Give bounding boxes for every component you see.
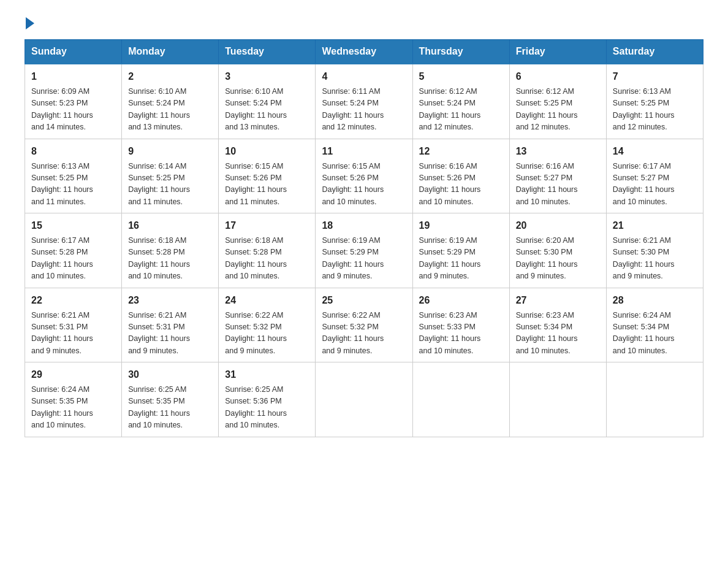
daylight-text: Daylight: 11 hours [225,409,287,418]
sunrise-text: Sunrise: 6:13 AM [31,162,89,170]
calendar-cell [412,362,509,437]
calendar-cell: 28Sunrise: 6:24 AMSunset: 5:34 PMDayligh… [606,288,703,362]
sunrise-text: Sunrise: 6:21 AM [31,311,89,320]
calendar-header-row: SundayMondayTuesdayWednesdayThursdayFrid… [25,40,703,64]
sunset-text: Sunset: 5:31 PM [31,323,88,331]
calendar-cell: 5Sunrise: 6:12 AMSunset: 5:24 PMDaylight… [412,64,509,139]
calendar-week-row: 1Sunrise: 6:09 AMSunset: 5:23 PMDaylight… [25,64,703,139]
sunset-text: Sunset: 5:28 PM [31,248,88,256]
sunrise-text: Sunrise: 6:10 AM [225,87,283,96]
day-number: 16 [128,218,212,233]
daylight-text: Daylight: 11 hours [31,111,93,120]
day-number: 15 [31,218,115,233]
day-info: Sunrise: 6:17 AMSunset: 5:28 PMDaylight:… [31,235,115,283]
daylight-minutes-text: and 10 minutes. [419,347,474,355]
daylight-minutes-text: and 10 minutes. [613,197,667,206]
daylight-minutes-text: and 10 minutes. [225,272,279,280]
day-info: Sunrise: 6:15 AMSunset: 5:26 PMDaylight:… [322,161,406,209]
day-number: 4 [322,69,406,84]
day-info: Sunrise: 6:09 AMSunset: 5:23 PMDaylight:… [31,86,115,134]
daylight-minutes-text: and 12 minutes. [613,123,667,131]
sunset-text: Sunset: 5:25 PM [613,99,669,107]
daylight-minutes-text: and 10 minutes. [31,421,86,429]
sunrise-text: Sunrise: 6:24 AM [613,311,671,320]
daylight-text: Daylight: 11 hours [419,185,481,194]
sunrise-text: Sunrise: 6:25 AM [128,385,186,394]
sunrise-text: Sunrise: 6:23 AM [516,311,574,320]
day-number: 2 [128,69,212,84]
calendar-cell: 1Sunrise: 6:09 AMSunset: 5:23 PMDaylight… [25,64,122,139]
day-info: Sunrise: 6:23 AMSunset: 5:33 PMDaylight:… [419,310,503,358]
sunset-text: Sunset: 5:23 PM [31,99,88,107]
day-number: 27 [516,293,600,308]
sunset-text: Sunset: 5:25 PM [31,174,88,182]
daylight-minutes-text: and 13 minutes. [225,123,279,131]
calendar-cell: 12Sunrise: 6:16 AMSunset: 5:26 PMDayligh… [412,139,509,213]
calendar-week-row: 8Sunrise: 6:13 AMSunset: 5:25 PMDaylight… [25,139,703,213]
calendar-week-row: 22Sunrise: 6:21 AMSunset: 5:31 PMDayligh… [25,288,703,362]
daylight-text: Daylight: 11 hours [225,185,287,194]
daylight-minutes-text: and 12 minutes. [322,123,376,131]
daylight-minutes-text: and 10 minutes. [613,347,667,355]
day-number: 13 [516,144,600,159]
daylight-minutes-text: and 11 minutes. [31,197,86,206]
day-number: 11 [322,144,406,159]
sunset-text: Sunset: 5:27 PM [613,174,669,182]
calendar-cell: 20Sunrise: 6:20 AMSunset: 5:30 PMDayligh… [509,213,606,288]
calendar-cell: 10Sunrise: 6:15 AMSunset: 5:26 PMDayligh… [219,139,316,213]
daylight-text: Daylight: 11 hours [516,260,578,269]
day-number: 26 [419,293,503,308]
calendar-cell [606,362,703,437]
day-number: 18 [322,218,406,233]
sunset-text: Sunset: 5:26 PM [322,174,378,182]
daylight-minutes-text: and 9 minutes. [419,272,469,280]
daylight-text: Daylight: 11 hours [31,409,93,418]
sunset-text: Sunset: 5:30 PM [516,248,572,256]
column-header-tuesday: Tuesday [219,40,316,64]
calendar-cell: 9Sunrise: 6:14 AMSunset: 5:25 PMDaylight… [122,139,219,213]
daylight-minutes-text: and 10 minutes. [322,197,376,206]
day-info: Sunrise: 6:21 AMSunset: 5:31 PMDaylight:… [31,310,115,358]
day-info: Sunrise: 6:25 AMSunset: 5:36 PMDaylight:… [225,384,309,432]
sunset-text: Sunset: 5:31 PM [128,323,184,331]
day-info: Sunrise: 6:10 AMSunset: 5:24 PMDaylight:… [225,86,309,134]
calendar-cell: 21Sunrise: 6:21 AMSunset: 5:30 PMDayligh… [606,213,703,288]
sunrise-text: Sunrise: 6:21 AM [128,311,186,320]
daylight-minutes-text: and 11 minutes. [128,197,183,206]
daylight-minutes-text: and 10 minutes. [516,197,571,206]
daylight-minutes-text: and 9 minutes. [322,272,372,280]
daylight-text: Daylight: 11 hours [128,111,190,120]
sunset-text: Sunset: 5:35 PM [31,397,88,405]
daylight-minutes-text: and 9 minutes. [128,347,178,355]
sunrise-text: Sunrise: 6:17 AM [613,162,671,170]
daylight-minutes-text: and 10 minutes. [419,197,474,206]
sunset-text: Sunset: 5:28 PM [128,248,184,256]
calendar-cell: 19Sunrise: 6:19 AMSunset: 5:29 PMDayligh… [412,213,509,288]
calendar-week-row: 15Sunrise: 6:17 AMSunset: 5:28 PMDayligh… [25,213,703,288]
day-number: 28 [613,293,697,308]
sunset-text: Sunset: 5:24 PM [225,99,281,107]
daylight-text: Daylight: 11 hours [322,111,384,120]
day-info: Sunrise: 6:13 AMSunset: 5:25 PMDaylight:… [613,86,697,134]
day-number: 12 [419,144,503,159]
day-info: Sunrise: 6:19 AMSunset: 5:29 PMDaylight:… [419,235,503,283]
calendar-cell: 7Sunrise: 6:13 AMSunset: 5:25 PMDaylight… [606,64,703,139]
column-header-friday: Friday [509,40,606,64]
day-info: Sunrise: 6:18 AMSunset: 5:28 PMDaylight:… [225,235,309,283]
daylight-minutes-text: and 10 minutes. [225,421,279,429]
day-info: Sunrise: 6:15 AMSunset: 5:26 PMDaylight:… [225,161,309,209]
daylight-text: Daylight: 11 hours [516,111,578,120]
daylight-text: Daylight: 11 hours [613,334,675,343]
daylight-text: Daylight: 11 hours [128,334,190,343]
sunrise-text: Sunrise: 6:15 AM [322,162,380,170]
sunset-text: Sunset: 5:30 PM [613,248,669,256]
day-info: Sunrise: 6:11 AMSunset: 5:24 PMDaylight:… [322,86,406,134]
sunrise-text: Sunrise: 6:16 AM [516,162,574,170]
daylight-minutes-text: and 12 minutes. [419,123,474,131]
day-number: 1 [31,69,115,84]
day-info: Sunrise: 6:24 AMSunset: 5:35 PMDaylight:… [31,384,115,432]
day-info: Sunrise: 6:10 AMSunset: 5:24 PMDaylight:… [128,86,212,134]
logo-arrow-icon [26,17,34,29]
calendar-cell: 8Sunrise: 6:13 AMSunset: 5:25 PMDaylight… [25,139,122,213]
sunset-text: Sunset: 5:24 PM [322,99,378,107]
